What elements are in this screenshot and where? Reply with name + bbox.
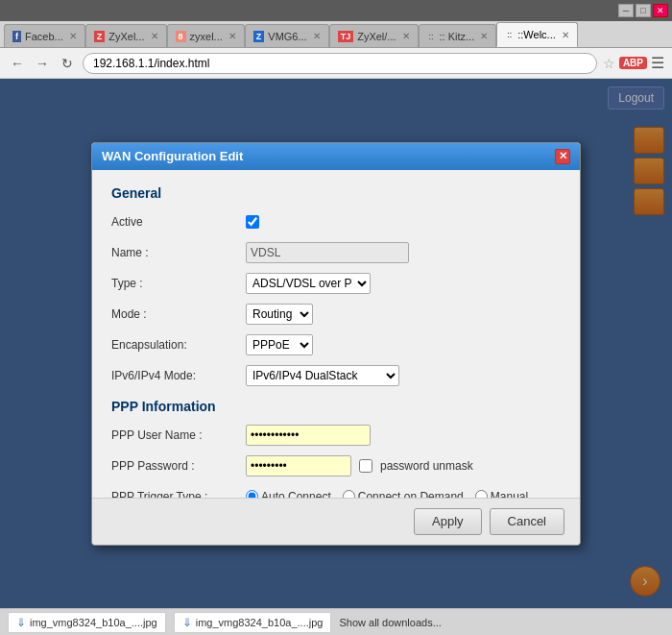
trigger-auto-radio[interactable] [246, 490, 258, 498]
download-filename-2: img_vmg8324_b10a_....jpg [196, 617, 324, 628]
ipv6-control: IPv6/IPv4 DualStack IPv4 Only IPv6 Only [246, 365, 561, 386]
name-row: Name : [111, 241, 561, 264]
mode-control: Routing Bridge [246, 304, 561, 325]
tab-icon-zyxel3: TJ [338, 31, 354, 42]
download-item-2[interactable]: ⇓ img_vmg8324_b10a_....jpg [174, 612, 332, 633]
type-label: Type : [111, 277, 246, 290]
tab-close-kitz[interactable]: ✕ [480, 31, 488, 41]
ppp-trigger-label: PPP Trigger Type : [111, 490, 246, 498]
ppp-username-input[interactable] [246, 425, 371, 446]
ppp-trigger-row: PPP Trigger Type : Auto Connect Connect … [111, 485, 561, 498]
encap-select[interactable]: PPPoE PPPoA IPoE [246, 334, 313, 355]
tab-label-zyxel2: zyxel... [190, 31, 223, 42]
trigger-demand-label: Connect on Demand [358, 490, 464, 498]
modal-close-button[interactable]: ✕ [555, 149, 570, 164]
back-button[interactable]: ← [8, 54, 27, 73]
download-icon-1: ⇓ [16, 616, 26, 629]
tab-icon-welcome: :: [505, 29, 514, 40]
modal-title: WAN Configuration Edit [102, 149, 243, 163]
trigger-on-demand[interactable]: Connect on Demand [343, 490, 464, 498]
browser-content: Logout › WAN Configuration Edit ✕ Genera… [0, 79, 672, 608]
ppp-password-label: PPP Password : [111, 459, 246, 473]
nav-right: ☆ ABP ☰ [603, 54, 664, 72]
tab-label-kitz: :: Kitz... [440, 31, 475, 42]
forward-button[interactable]: → [33, 54, 52, 73]
tab-icon-zyxel: Z [94, 31, 106, 42]
download-filename-1: img_vmg8324_b10a_....jpg [30, 617, 157, 628]
tab-kitz[interactable]: :: :: Kitz... ✕ [419, 24, 497, 47]
show-all-downloads[interactable]: Show all downloads... [339, 617, 441, 628]
name-label: Name : [111, 246, 246, 259]
tab-facebook[interactable]: f Faceb... ✕ [4, 24, 85, 47]
ppp-username-row: PPP User Name : [111, 424, 561, 447]
encap-row: Encapsulation: PPPoE PPPoA IPoE [111, 333, 561, 356]
tab-icon-vmg6: Z [253, 31, 265, 42]
tab-label-vmg6: VMG6... [268, 31, 306, 42]
tab-label-zyxel: ZyXel... [108, 31, 144, 42]
encap-control: PPPoE PPPoA IPoE [246, 334, 561, 355]
adp-badge[interactable]: ABP [619, 57, 647, 69]
mode-row: Mode : Routing Bridge [111, 303, 561, 326]
ppp-section-title: PPP Information [111, 399, 561, 414]
trigger-auto-connect[interactable]: Auto Connect [246, 490, 331, 498]
modal-header: WAN Configuration Edit ✕ [92, 143, 580, 170]
downloads-area: ⇓ img_vmg8324_b10a_....jpg ⇓ img_vmg8324… [8, 612, 442, 633]
trigger-demand-radio[interactable] [343, 490, 355, 498]
trigger-manual-label: Manual [491, 490, 528, 498]
tab-close-zyxel2[interactable]: ✕ [228, 31, 236, 41]
modal-body: General Active Name : Typ [92, 170, 580, 498]
name-input[interactable] [246, 242, 409, 263]
bookmark-icon[interactable]: ☆ [603, 56, 615, 71]
type-select[interactable]: ADSL/VDSL over PTM ADSL/VDSL over ATM [246, 273, 371, 294]
active-control [246, 215, 561, 229]
tab-label-zyxel3: ZyXel/... [357, 31, 396, 42]
menu-icon[interactable]: ☰ [651, 54, 664, 72]
tab-icon-facebook: f [12, 31, 21, 42]
window-controls[interactable]: ─ □ ✕ [618, 4, 668, 17]
close-button[interactable]: ✕ [653, 4, 668, 17]
type-row: Type : ADSL/VDSL over PTM ADSL/VDSL over… [111, 272, 561, 295]
status-bar: ⇓ img_vmg8324_b10a_....jpg ⇓ img_vmg8324… [0, 608, 672, 635]
password-unmask-checkbox[interactable] [359, 459, 372, 473]
tab-zyxel2[interactable]: 8 zyxel... ✕ [167, 24, 245, 47]
maximize-button[interactable]: □ [636, 4, 651, 17]
reload-button[interactable]: ↻ [58, 54, 77, 73]
ppp-trigger-radio-group: Auto Connect Connect on Demand Manual [246, 490, 528, 498]
minimize-button[interactable]: ─ [618, 4, 634, 17]
tab-close-welcome[interactable]: ✕ [562, 30, 569, 40]
tab-close-facebook[interactable]: ✕ [69, 31, 77, 41]
trigger-manual[interactable]: Manual [475, 490, 528, 498]
tab-close-vmg6[interactable]: ✕ [313, 31, 321, 41]
tab-vmg6[interactable]: Z VMG6... ✕ [245, 24, 329, 47]
tab-label-facebook: Faceb... [25, 31, 63, 42]
mode-select[interactable]: Routing Bridge [246, 304, 313, 325]
ppp-trigger-control: Auto Connect Connect on Demand Manual [246, 490, 561, 498]
ppp-username-control [246, 425, 561, 446]
tab-close-zyxel3[interactable]: ✕ [402, 31, 410, 41]
cancel-button[interactable]: Cancel [490, 508, 564, 535]
ppp-password-control: password unmask [246, 455, 561, 476]
tab-close-zyxel[interactable]: ✕ [151, 31, 158, 41]
ppp-password-input[interactable] [246, 455, 351, 476]
tab-icon-kitz: :: [427, 31, 436, 42]
modal-overlay: WAN Configuration Edit ✕ General Active … [0, 79, 672, 608]
trigger-manual-radio[interactable] [475, 490, 488, 498]
name-control [246, 242, 561, 263]
download-item-1[interactable]: ⇓ img_vmg8324_b10a_....jpg [8, 612, 166, 633]
tab-zyxel3[interactable]: TJ ZyXel/... ✕ [329, 24, 419, 47]
download-icon-2: ⇓ [182, 616, 192, 629]
tab-zyxel[interactable]: Z ZyXel... ✕ [85, 24, 167, 47]
apply-button[interactable]: Apply [414, 508, 482, 535]
active-checkbox[interactable] [246, 215, 259, 229]
ipv6-select[interactable]: IPv6/IPv4 DualStack IPv4 Only IPv6 Only [246, 365, 399, 386]
tab-label-welcome: ::Welc... [517, 29, 556, 40]
ipv6-label: IPv6/IPv4 Mode: [111, 369, 246, 382]
trigger-auto-label: Auto Connect [261, 490, 331, 498]
tab-icon-zyxel2: 8 [176, 31, 186, 42]
encap-label: Encapsulation: [111, 338, 246, 352]
active-row: Active [111, 210, 561, 233]
modal-footer: Apply Cancel [92, 498, 580, 545]
active-label: Active [111, 215, 246, 229]
address-bar[interactable]: 192.168.1.1/index.html [83, 53, 597, 74]
tab-welcome[interactable]: :: ::Welc... ✕ [496, 22, 578, 47]
